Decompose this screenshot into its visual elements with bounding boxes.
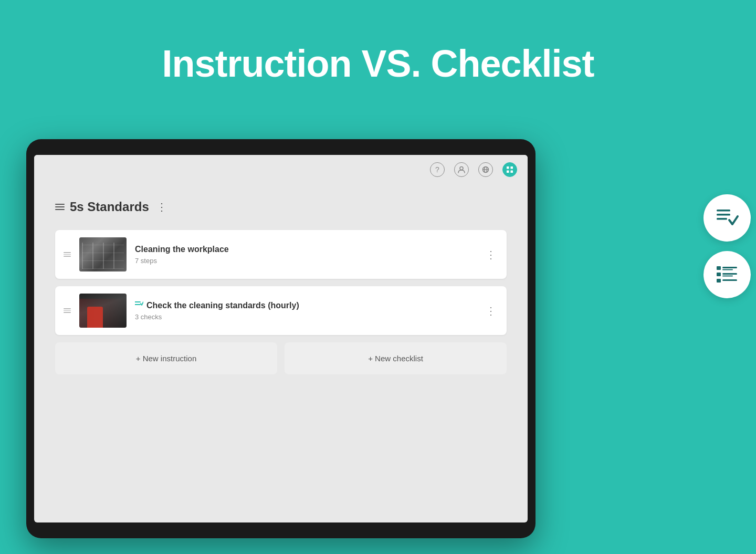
tablet-device: ?: [26, 139, 541, 549]
svg-rect-12: [717, 218, 727, 220]
svg-point-0: [460, 166, 463, 170]
svg-rect-6: [507, 170, 509, 173]
svg-rect-4: [507, 166, 509, 169]
item-subtitle-1: 7 steps: [135, 257, 475, 265]
new-instruction-button[interactable]: + New instruction: [55, 342, 277, 374]
item-thumbnail-2: [79, 294, 127, 328]
list-svg: [715, 263, 739, 287]
svg-rect-16: [717, 273, 721, 276]
svg-rect-19: [717, 279, 721, 283]
list-item-2: Check the cleaning standards (hourly) 3 …: [55, 286, 507, 335]
tablet-frame: ?: [26, 139, 536, 538]
svg-rect-10: [717, 210, 730, 212]
top-nav: ?: [34, 155, 528, 184]
user-svg: [458, 166, 465, 173]
page-heading: 5s Standards ⋮: [55, 200, 507, 214]
help-symbol: ?: [435, 165, 439, 174]
hero-section: Instruction VS. Checklist: [0, 0, 756, 106]
warehouse-image-2: [79, 294, 127, 328]
svg-rect-13: [717, 266, 721, 270]
item-thumbnail-1: [79, 237, 127, 271]
svg-rect-11: [717, 214, 730, 216]
hamburger-icon[interactable]: [55, 204, 65, 210]
new-checklist-button[interactable]: + New checklist: [285, 342, 507, 374]
svg-rect-15: [722, 269, 733, 270]
globe-icon[interactable]: [478, 162, 493, 177]
item-title-1: Cleaning the workplace: [135, 245, 475, 254]
svg-rect-7: [511, 170, 513, 173]
page-title: 5s Standards: [70, 200, 149, 214]
floating-icons: [704, 194, 751, 298]
item-more-button-2[interactable]: ⋮: [484, 304, 498, 318]
item-info-2: Check the cleaning standards (hourly) 3 …: [135, 301, 475, 321]
checklist-small-icon: [135, 301, 143, 310]
svg-rect-18: [722, 276, 733, 277]
item-info-1: Cleaning the workplace 7 steps: [135, 245, 475, 265]
user-icon[interactable]: [454, 162, 469, 177]
grid-svg: [506, 166, 513, 173]
floating-checklist-check-icon: [704, 194, 751, 242]
grid-button[interactable]: [502, 162, 517, 177]
item-title-2: Check the cleaning standards (hourly): [135, 301, 475, 310]
svg-rect-20: [722, 279, 737, 281]
main-content: 5s Standards ⋮ Cleaning the: [34, 184, 528, 522]
hero-title: Instruction VS. Checklist: [0, 42, 756, 85]
svg-rect-17: [722, 273, 737, 275]
item-subtitle-2: 3 checks: [135, 313, 475, 321]
list-item: Cleaning the workplace 7 steps ⋮: [55, 230, 507, 279]
drag-handle-2[interactable]: [64, 308, 71, 313]
globe-svg: [482, 166, 489, 173]
svg-rect-14: [722, 267, 737, 268]
help-icon[interactable]: ?: [430, 162, 445, 177]
checklist-check-svg: [715, 206, 739, 230]
warehouse-image-1: [79, 237, 127, 271]
action-row: + New instruction + New checklist: [55, 342, 507, 374]
page-more-menu[interactable]: ⋮: [156, 201, 167, 213]
floating-list-icon: [704, 251, 751, 298]
tablet-screen: ?: [34, 155, 528, 522]
svg-rect-5: [511, 166, 513, 169]
item-more-button-1[interactable]: ⋮: [484, 247, 498, 262]
drag-handle-1[interactable]: [64, 252, 71, 257]
